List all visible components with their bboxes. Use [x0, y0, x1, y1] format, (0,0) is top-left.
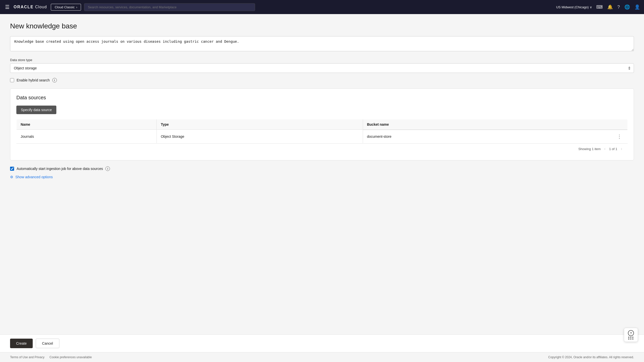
advanced-options-icon: ⚙: [10, 175, 13, 179]
table-header-row: Name Type Bucket name: [17, 119, 628, 130]
hybrid-search-info-icon[interactable]: i: [52, 78, 57, 82]
help-dot-1: [628, 337, 629, 338]
enable-hybrid-search-label: Enable hybrid search: [17, 78, 50, 82]
row-bucket: document-store ⋮: [363, 130, 627, 143]
data-store-type-select-wrapper: Object storage ⇕: [10, 63, 634, 73]
help-dots: [628, 337, 634, 340]
page-title: New knowledge base: [10, 22, 634, 30]
oracle-logo: ORACLE Cloud: [14, 5, 47, 9]
row-type: Object Storage: [157, 130, 363, 143]
col-header-type: Type: [157, 119, 363, 130]
row-name: Journals: [17, 130, 157, 143]
help-widget-inner: ?: [628, 330, 634, 340]
page-footer: Terms of Use and Privacy Cookie preferen…: [0, 352, 644, 362]
footer-left: Terms of Use and Privacy Cookie preferen…: [10, 355, 92, 359]
globe-icon[interactable]: 🌐: [624, 4, 630, 10]
bottom-options: Automatically start ingestion job for ab…: [10, 166, 634, 179]
region-selector: US Midwest (Chicago) ∨ ⌨ 🔔 ? 🌐 👤: [556, 4, 640, 10]
top-navigation: ☰ ORACLE Cloud Cloud Classic › US Midwes…: [0, 0, 644, 14]
cookie-preferences: Cookie preferences unavailable: [50, 355, 92, 359]
help-widget[interactable]: ?: [624, 328, 638, 342]
create-button[interactable]: Create: [10, 339, 33, 348]
data-sources-panel: Data sources Specify data source Name Ty…: [10, 88, 634, 160]
oracle-brand-text: ORACLE: [14, 5, 34, 9]
hamburger-menu-icon[interactable]: ☰: [4, 3, 11, 11]
help-dot-5: [630, 338, 631, 340]
enable-hybrid-search-checkbox[interactable]: [10, 78, 14, 82]
help-icon[interactable]: ?: [617, 5, 620, 10]
description-textarea[interactable]: Knowledge base created using open access…: [10, 36, 634, 51]
cancel-button[interactable]: Cancel: [36, 339, 59, 348]
help-dot-6: [632, 338, 633, 340]
specify-data-source-button[interactable]: Specify data source: [16, 106, 56, 114]
auto-ingest-checkbox[interactable]: [10, 167, 14, 171]
user-icon[interactable]: 👤: [634, 4, 640, 10]
pagination-info: 1 of 1: [609, 147, 617, 151]
copyright-text: Copyright © 2024, Oracle and/or its affi…: [548, 355, 634, 359]
data-store-type-section: Data store type Object storage ⇕: [10, 58, 634, 73]
table-header: Name Type Bucket name: [17, 119, 628, 130]
data-store-type-label: Data store type: [10, 58, 634, 62]
table-row: Journals Object Storage document-store ⋮: [17, 130, 628, 143]
col-header-name: Name: [17, 119, 157, 130]
nav-icons: ⌨ 🔔 ? 🌐 👤: [596, 4, 640, 10]
showing-items-label: Showing 1 item: [578, 147, 601, 151]
help-circle-icon: ?: [628, 330, 634, 336]
col-header-bucket: Bucket name: [363, 119, 627, 130]
help-dot-2: [630, 337, 631, 338]
auto-ingest-label: Automatically start ingestion job for ab…: [17, 167, 103, 171]
table-footer: Showing 1 item ‹ 1 of 1 ›: [16, 143, 628, 154]
main-content: New knowledge base Knowledge base create…: [0, 14, 644, 334]
action-bar: Create Cancel: [0, 334, 644, 352]
table-body: Journals Object Storage document-store ⋮: [17, 130, 628, 143]
pagination-prev-button[interactable]: ‹: [603, 146, 607, 152]
pagination-next-button[interactable]: ›: [619, 146, 624, 152]
data-sources-table: Name Type Bucket name Journals Object St…: [16, 119, 628, 143]
region-selector-button[interactable]: US Midwest (Chicago) ∨: [556, 5, 592, 9]
data-sources-title: Data sources: [16, 95, 628, 101]
show-advanced-options-link[interactable]: ⚙ Show advanced options: [10, 175, 634, 179]
cloud-classic-button[interactable]: Cloud Classic ›: [51, 4, 81, 11]
auto-ingest-row: Automatically start ingestion job for ab…: [10, 166, 634, 171]
search-input[interactable]: [84, 3, 255, 11]
row-kebab-menu[interactable]: ⋮: [615, 133, 623, 140]
bell-icon[interactable]: 🔔: [607, 4, 613, 10]
help-dot-3: [632, 337, 633, 338]
enable-hybrid-search-row: Enable hybrid search i: [10, 78, 634, 82]
oracle-cloud-text: Cloud: [35, 5, 47, 9]
data-store-type-select[interactable]: Object storage: [10, 63, 634, 73]
help-dot-4: [628, 338, 629, 340]
auto-ingest-info-icon[interactable]: i: [105, 166, 110, 171]
terms-link[interactable]: Terms of Use and Privacy: [10, 355, 45, 359]
terminal-icon[interactable]: ⌨: [596, 4, 603, 10]
